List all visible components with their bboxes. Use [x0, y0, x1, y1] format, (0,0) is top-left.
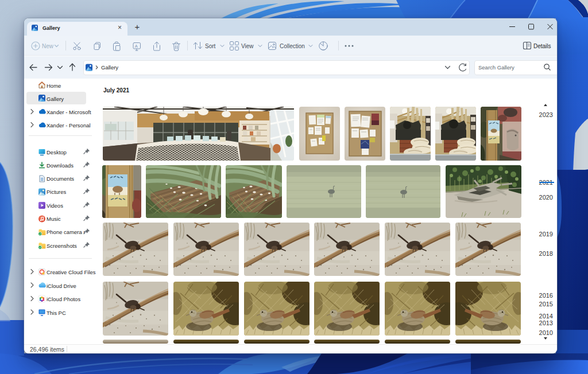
svg-text:View: View — [241, 43, 254, 49]
svg-text:Creative Cloud Files: Creative Cloud Files — [47, 269, 96, 275]
svg-text:iCloud Drive: iCloud Drive — [47, 283, 76, 289]
svg-text:New: New — [42, 43, 54, 49]
svg-text:Pictures: Pictures — [47, 189, 67, 195]
svg-text:Xander - Microsoft: Xander - Microsoft — [47, 109, 91, 115]
svg-text:This PC: This PC — [47, 310, 66, 316]
svg-text:Details: Details — [533, 43, 551, 49]
svg-text:Desktop: Desktop — [47, 149, 67, 155]
svg-text:iCloud Photos: iCloud Photos — [47, 296, 80, 302]
svg-text:Sort: Sort — [205, 43, 216, 49]
svg-text:Collection: Collection — [280, 43, 305, 49]
svg-text:Phone camera r: Phone camera r — [47, 229, 86, 235]
svg-text:Gallery: Gallery — [47, 96, 64, 102]
svg-text:Search Gallery: Search Gallery — [478, 64, 514, 71]
svg-text:A: A — [135, 44, 138, 49]
svg-text:Music: Music — [47, 216, 61, 222]
svg-text:Downloads: Downloads — [47, 162, 74, 169]
svg-text:Xander - Personal: Xander - Personal — [47, 122, 91, 128]
svg-text:Videos: Videos — [47, 202, 63, 209]
svg-text:Screenshots: Screenshots — [47, 243, 77, 249]
svg-text:Home: Home — [47, 83, 61, 89]
svg-text:Documents: Documents — [47, 176, 74, 182]
svg-text:Gallery: Gallery — [101, 64, 118, 71]
